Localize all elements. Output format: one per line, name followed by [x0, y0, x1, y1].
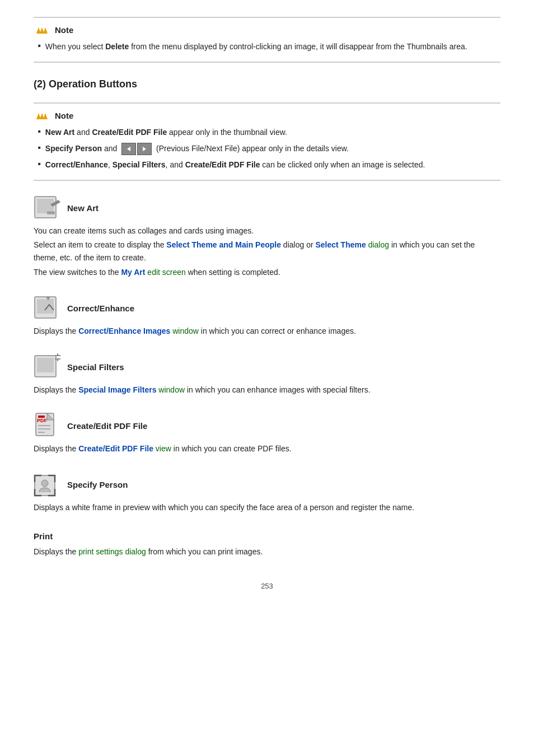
print-settings-dialog-link[interactable]: print settings dialog [78, 547, 146, 556]
op-specify-person-header: Specify Person [34, 471, 500, 499]
create-edit-pdf-label: Create/Edit PDF File [67, 419, 147, 433]
specify-person-desc: Displays a white frame in preview with w… [34, 501, 500, 514]
special-filters-desc: Displays the Special Image Filters windo… [34, 384, 500, 396]
svg-marker-2 [43, 27, 48, 34]
op-print: Print Displays the print settings dialog… [34, 530, 500, 558]
select-theme-main-people-link[interactable]: Select Theme and Main People [166, 240, 281, 249]
create-edit-pdf-icon: PDF [34, 412, 62, 440]
svg-marker-6 [127, 147, 130, 151]
next-arrow-btn[interactable] [137, 143, 152, 155]
svg-rect-18 [37, 358, 54, 372]
prev-arrow-btn[interactable] [121, 143, 136, 155]
special-image-filters-link[interactable]: Special Image Filters [78, 385, 156, 394]
section-title: (2) Operation Buttons [34, 76, 500, 92]
new-art-desc: You can create items such as collages an… [34, 225, 500, 278]
special-filters-icon [34, 353, 62, 381]
op-create-edit-pdf-header: PDF Create/Edit PDF File [34, 412, 500, 440]
new-art-label: New Art [67, 202, 99, 215]
specify-person-label: Specify Person [67, 478, 128, 492]
page-number: 253 [34, 581, 500, 592]
special-filters-window-link[interactable]: window [158, 385, 185, 394]
correct-enhance-images-link[interactable]: Correct/Enhance Images [78, 326, 170, 335]
my-art-link[interactable]: My Art [121, 268, 145, 277]
note-header-1: Note [34, 24, 500, 37]
note-box-2: Note New Art and Create/Edit PDF File ap… [34, 102, 500, 181]
svg-point-31 [41, 480, 48, 487]
select-theme-dialog-link[interactable]: dialog [368, 240, 389, 249]
correct-enhance-desc: Displays the Correct/Enhance Images wind… [34, 325, 500, 338]
op-new-art: New Art You can create items such as col… [34, 194, 500, 278]
edit-screen-link[interactable]: edit screen [147, 268, 185, 277]
op-special-filters-header: Special Filters [34, 353, 500, 381]
new-art-icon [34, 194, 62, 222]
print-desc: Displays the print settings dialog from … [34, 545, 500, 558]
print-title: Print [34, 530, 500, 543]
op-special-filters: Special Filters Displays the Special Ima… [34, 353, 500, 396]
specify-person-icon [34, 471, 62, 499]
correct-enhance-label: Correct/Enhance [67, 302, 134, 315]
note-item-2-3: Correct/Enhance, Special Filters, and Cr… [34, 158, 500, 171]
note-item-1-1: When you select Delete from the menu dis… [34, 40, 500, 53]
note-icon-2 [34, 112, 51, 120]
op-correct-enhance-header: Correct/Enhance [34, 295, 500, 323]
svg-marker-7 [143, 147, 146, 151]
note-item-2-2: Specify Person and (Previous File/Next F… [34, 142, 500, 155]
create-edit-pdf-link[interactable]: Create/Edit PDF File [78, 444, 153, 453]
svg-marker-5 [43, 113, 48, 119]
note-item-2-1: New Art and Create/Edit PDF File appear … [34, 126, 500, 138]
op-create-edit-pdf: PDF Create/Edit PDF File Displays the Cr… [34, 412, 500, 455]
correct-enhance-icon [34, 295, 62, 323]
correct-enhance-window-link[interactable]: window [172, 326, 199, 335]
note-box-1: Note When you select Delete from the men… [34, 17, 500, 63]
select-theme-link[interactable]: Select Theme [315, 240, 366, 249]
op-new-art-header: New Art [34, 194, 500, 222]
special-filters-label: Special Filters [67, 361, 124, 374]
op-correct-enhance: Correct/Enhance Displays the Correct/Enh… [34, 295, 500, 338]
note-icon-1 [34, 26, 51, 34]
svg-text:PDF: PDF [37, 418, 48, 423]
prev-next-arrows [121, 143, 152, 155]
create-edit-pdf-desc: Displays the Create/Edit PDF File view i… [34, 442, 500, 455]
note-header-2: Note [34, 109, 500, 123]
create-edit-pdf-view-link[interactable]: view [156, 444, 171, 453]
op-specify-person: Specify Person Displays a white frame in… [34, 471, 500, 514]
